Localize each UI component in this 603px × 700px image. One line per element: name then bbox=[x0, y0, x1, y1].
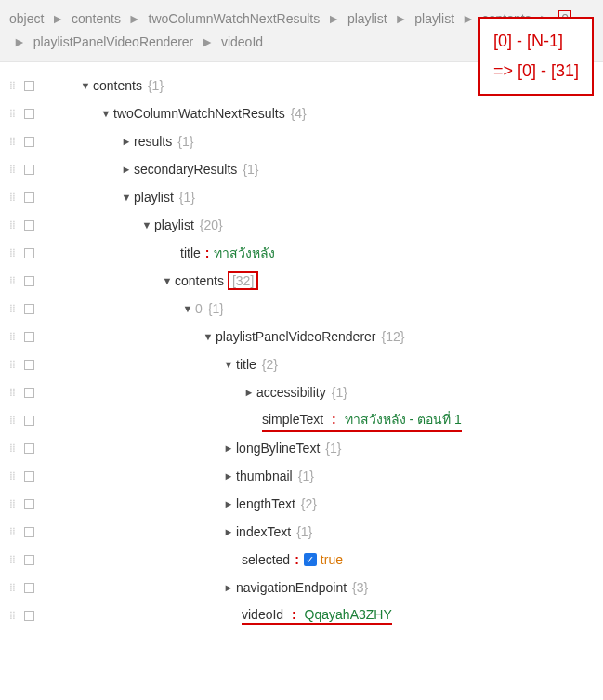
row-marker-icon[interactable] bbox=[20, 81, 37, 91]
tree-row[interactable]: ⁞⁞ simpleText : ทาสวังหลัง - ตอนที่ 1 bbox=[4, 406, 603, 434]
drag-handle-icon[interactable]: ⁞⁞ bbox=[4, 135, 20, 148]
crumb[interactable]: playlist bbox=[414, 11, 454, 26]
drag-handle-icon[interactable]: ⁞⁞ bbox=[4, 274, 20, 287]
row-marker-icon[interactable] bbox=[20, 611, 37, 621]
tree-row[interactable]: ⁞⁞ ► longBylineText {1} bbox=[4, 434, 603, 462]
breadcrumb-sep-icon: ► bbox=[462, 11, 475, 26]
row-marker-icon[interactable] bbox=[20, 499, 37, 509]
chevron-right-icon[interactable]: ► bbox=[221, 498, 236, 509]
drag-handle-icon[interactable]: ⁞⁞ bbox=[4, 330, 20, 343]
drag-handle-icon[interactable]: ⁞⁞ bbox=[4, 79, 20, 92]
crumb[interactable]: playlistPanelVideoRenderer bbox=[33, 34, 194, 49]
tree-row[interactable]: ⁞⁞ ► results {1} bbox=[4, 127, 603, 155]
tree-row[interactable]: ⁞⁞ ▼ playlist {20} bbox=[4, 211, 603, 239]
colon: : bbox=[205, 245, 210, 260]
drag-handle-icon[interactable]: ⁞⁞ bbox=[4, 302, 20, 315]
tree-row[interactable]: ⁞⁞ selected : ✓ true bbox=[4, 546, 603, 574]
crumb[interactable]: playlist bbox=[347, 11, 387, 26]
drag-handle-icon[interactable]: ⁞⁞ bbox=[4, 246, 20, 259]
tree-row[interactable]: ⁞⁞ videoId : QqayahA3ZHY bbox=[4, 601, 603, 629]
row-marker-icon[interactable] bbox=[20, 360, 37, 370]
drag-handle-icon[interactable]: ⁞⁞ bbox=[4, 442, 20, 455]
row-marker-icon[interactable] bbox=[20, 192, 37, 203]
chevron-right-icon[interactable]: ► bbox=[221, 582, 236, 593]
row-marker-icon[interactable] bbox=[20, 443, 37, 454]
drag-handle-icon[interactable]: ⁞⁞ bbox=[4, 581, 20, 594]
node-key: playlist bbox=[134, 190, 174, 205]
drag-handle-icon[interactable]: ⁞⁞ bbox=[4, 414, 20, 427]
drag-handle-icon[interactable]: ⁞⁞ bbox=[4, 609, 20, 622]
node-count: {12} bbox=[382, 329, 405, 344]
chevron-down-icon[interactable]: ▼ bbox=[139, 219, 154, 231]
tree-row[interactable]: ⁞⁞ ▼ title {2} bbox=[4, 350, 603, 378]
colon: : bbox=[295, 552, 299, 567]
node-key: title bbox=[236, 357, 256, 372]
tree-row[interactable]: ⁞⁞ ► secondaryResults {1} bbox=[4, 155, 603, 183]
row-marker-icon[interactable] bbox=[20, 416, 37, 426]
drag-handle-icon[interactable]: ⁞⁞ bbox=[4, 386, 20, 399]
node-key: twoColumnWatchNextResults bbox=[113, 106, 285, 121]
chevron-right-icon[interactable]: ► bbox=[119, 164, 134, 175]
crumb[interactable]: object bbox=[9, 11, 44, 26]
row-marker-icon[interactable] bbox=[20, 583, 37, 593]
row-marker-icon[interactable] bbox=[20, 555, 37, 565]
drag-handle-icon[interactable]: ⁞⁞ bbox=[4, 469, 20, 482]
tree-row[interactable]: ⁞⁞ ▼ playlist {1} bbox=[4, 183, 603, 211]
row-marker-icon[interactable] bbox=[20, 165, 37, 175]
chevron-down-icon[interactable]: ▼ bbox=[119, 192, 134, 203]
row-marker-icon[interactable] bbox=[20, 276, 37, 286]
row-marker-icon[interactable] bbox=[20, 388, 37, 398]
node-key: simpleText bbox=[262, 412, 323, 427]
chevron-down-icon[interactable]: ▼ bbox=[98, 108, 113, 119]
chevron-down-icon[interactable]: ▼ bbox=[160, 275, 175, 286]
chevron-right-icon[interactable]: ► bbox=[221, 526, 236, 537]
tree-row[interactable]: ⁞⁞ ▼ twoColumnWatchNextResults {4} bbox=[4, 99, 603, 127]
tree-row[interactable]: ⁞⁞ ▼ playlistPanelVideoRenderer {12} bbox=[4, 323, 603, 350]
drag-handle-icon[interactable]: ⁞⁞ bbox=[4, 163, 20, 176]
annotation-overlay: [0] - [N-1] => [0] - [31] bbox=[478, 17, 594, 96]
drag-handle-icon[interactable]: ⁞⁞ bbox=[4, 191, 20, 204]
crumb[interactable]: videoId bbox=[221, 34, 263, 49]
drag-handle-icon[interactable]: ⁞⁞ bbox=[4, 358, 20, 371]
node-value: QqayahA3ZHY bbox=[305, 607, 392, 622]
checkbox-true-icon: ✓ bbox=[304, 553, 317, 566]
highlighted-kv: videoId : QqayahA3ZHY bbox=[242, 607, 392, 625]
tree-row[interactable]: ⁞⁞ ► accessibility {1} bbox=[4, 378, 603, 406]
chevron-right-icon[interactable]: ► bbox=[221, 442, 236, 454]
drag-handle-icon[interactable]: ⁞⁞ bbox=[4, 107, 20, 120]
row-marker-icon[interactable] bbox=[20, 248, 37, 258]
row-marker-icon[interactable] bbox=[20, 304, 37, 314]
row-marker-icon[interactable] bbox=[20, 332, 37, 342]
row-marker-icon[interactable] bbox=[20, 220, 37, 231]
crumb[interactable]: contents bbox=[72, 11, 121, 26]
tree-row[interactable]: ⁞⁞ ▼ 0 {1} bbox=[4, 295, 603, 323]
drag-handle-icon[interactable]: ⁞⁞ bbox=[4, 553, 20, 566]
chevron-down-icon[interactable]: ▼ bbox=[201, 331, 216, 342]
chevron-right-icon[interactable]: ► bbox=[221, 470, 236, 482]
chevron-right-icon[interactable]: ► bbox=[242, 387, 256, 398]
chevron-right-icon[interactable]: ► bbox=[119, 136, 134, 147]
drag-handle-icon[interactable]: ⁞⁞ bbox=[4, 497, 20, 510]
chevron-down-icon[interactable]: ▼ bbox=[180, 303, 195, 314]
row-marker-icon[interactable] bbox=[20, 109, 37, 119]
tree-row[interactable]: ⁞⁞ ► thumbnail {1} bbox=[4, 462, 603, 490]
tree-row[interactable]: ⁞⁞ ► lengthText {2} bbox=[4, 490, 603, 518]
tree-row[interactable]: ⁞⁞ ▼ contents [32] bbox=[4, 267, 603, 295]
node-key: lengthText bbox=[236, 496, 295, 511]
breadcrumb-sep-icon: ► bbox=[51, 11, 64, 26]
colon: : bbox=[292, 607, 296, 622]
chevron-down-icon[interactable]: ▼ bbox=[78, 80, 93, 91]
node-key: title bbox=[180, 245, 201, 260]
tree-row[interactable]: ⁞⁞ ► indexText {1} bbox=[4, 518, 603, 546]
row-marker-icon[interactable] bbox=[20, 527, 37, 537]
drag-handle-icon[interactable]: ⁞⁞ bbox=[4, 525, 20, 538]
node-key: longBylineText bbox=[236, 441, 320, 456]
tree-row[interactable]: ⁞⁞ title : ทาสวังหลัง bbox=[4, 239, 603, 267]
crumb[interactable]: twoColumnWatchNextResults bbox=[149, 11, 321, 26]
row-marker-icon[interactable] bbox=[20, 137, 37, 147]
drag-handle-icon[interactable]: ⁞⁞ bbox=[4, 218, 20, 231]
chevron-down-icon[interactable]: ▼ bbox=[221, 359, 236, 370]
tree-row[interactable]: ⁞⁞ ► navigationEndpoint {3} bbox=[4, 574, 603, 601]
row-marker-icon[interactable] bbox=[20, 471, 37, 482]
node-key: secondaryResults bbox=[134, 162, 237, 177]
